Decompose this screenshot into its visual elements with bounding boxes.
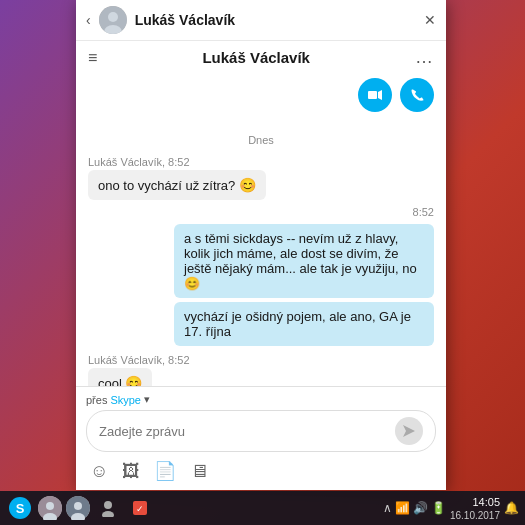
message-row-right-2: vychází je ošidný pojem, ale ano, GA je … bbox=[88, 302, 434, 346]
svg-text:✓: ✓ bbox=[136, 504, 144, 514]
sender-label-2: Lukáš Václavík, 8:52 bbox=[88, 354, 434, 366]
taskbar-date: 16.10.2017 bbox=[450, 510, 500, 521]
taskbar-right: ∧ 📶 🔊 🔋 14:05 16.10.2017 🔔 bbox=[383, 495, 519, 520]
close-button[interactable]: ✕ bbox=[424, 12, 436, 28]
skype-link[interactable]: Skype bbox=[110, 394, 141, 406]
message-input[interactable] bbox=[99, 424, 395, 439]
svg-marker-5 bbox=[403, 425, 415, 437]
sub-header: ≡ Lukáš Václavík … bbox=[76, 41, 446, 74]
svg-point-12 bbox=[74, 502, 82, 510]
date-divider: Dnes bbox=[88, 134, 434, 146]
svg-rect-3 bbox=[368, 91, 377, 99]
message-bubble-left: ono to vychází už zítra? 😊 bbox=[88, 170, 266, 200]
taskbar-time: 14:05 bbox=[450, 495, 500, 509]
title-bar-right: ✕ bbox=[424, 12, 436, 28]
taskbar-extra-icon[interactable]: ✓ bbox=[126, 494, 154, 522]
back-arrow-button[interactable]: ‹ bbox=[86, 12, 91, 28]
more-options-button[interactable]: … bbox=[415, 47, 434, 68]
send-button[interactable] bbox=[395, 417, 423, 445]
message-row-left: ono to vychází už zítra? 😊 bbox=[88, 170, 434, 202]
contact-name: Lukáš Václavík bbox=[135, 12, 235, 28]
taskbar-skype-icon[interactable]: S bbox=[6, 494, 34, 522]
message-text: ono to vychází už zítra? bbox=[98, 178, 235, 193]
svg-point-1 bbox=[108, 12, 118, 22]
toolbar-row: ☺ 🖼 📄 🖥 bbox=[86, 458, 436, 486]
message-row-right-1: a s těmi sickdays -- nevím už z hlavy, k… bbox=[88, 224, 434, 298]
svg-point-9 bbox=[46, 502, 54, 510]
svg-marker-4 bbox=[378, 90, 382, 100]
message-text-2: cool bbox=[98, 376, 122, 386]
taskbar: S ✓ bbox=[0, 491, 525, 525]
message-bubble-right-2: vychází je ošidný pojem, ale ano, GA je … bbox=[174, 302, 434, 346]
via-arrow-icon: ▾ bbox=[144, 393, 150, 406]
image-toolbar-button[interactable]: 🖼 bbox=[122, 461, 140, 482]
battery-icon[interactable]: 🔋 bbox=[431, 501, 446, 515]
message-bubble-left-2: cool 😊 bbox=[88, 368, 152, 386]
svg-point-15 bbox=[102, 511, 114, 517]
voice-call-button[interactable] bbox=[400, 78, 434, 112]
screen-toolbar-button[interactable]: 🖥 bbox=[190, 461, 208, 482]
via-label: přes Skype ▾ bbox=[86, 393, 436, 406]
notification-icon[interactable]: 🔔 bbox=[504, 501, 519, 515]
chat-window: ‹ Lukáš Václavík ✕ ≡ Lukáš Václavík … bbox=[76, 0, 446, 490]
title-bar: ‹ Lukáš Václavík ✕ bbox=[76, 0, 446, 41]
timestamp-right: 8:52 bbox=[88, 206, 434, 218]
taskbar-avatar-2[interactable] bbox=[66, 496, 90, 520]
input-area: přes Skype ▾ ☺ 🖼 📄 🖥 bbox=[76, 386, 446, 490]
taskbar-people-icon[interactable] bbox=[94, 494, 122, 522]
messages-area[interactable]: Dnes Lukáš Václavík, 8:52 ono to vychází… bbox=[76, 120, 446, 386]
action-buttons-row bbox=[76, 74, 446, 120]
sub-header-title: Lukáš Václavík bbox=[202, 49, 310, 66]
system-tray-icons: ∧ 📶 🔊 🔋 bbox=[383, 501, 446, 515]
menu-button[interactable]: ≡ bbox=[88, 50, 97, 66]
tray-up-icon[interactable]: ∧ bbox=[383, 501, 392, 515]
message-emoji: 😊 bbox=[239, 177, 256, 193]
taskbar-left: S ✓ bbox=[6, 494, 154, 522]
title-bar-left: ‹ Lukáš Václavík bbox=[86, 6, 235, 34]
emoji-toolbar-button[interactable]: ☺ bbox=[90, 461, 108, 482]
message-emoji-2: 😊 bbox=[125, 375, 142, 386]
svg-text:S: S bbox=[16, 501, 25, 516]
taskbar-clock[interactable]: 14:05 16.10.2017 bbox=[450, 495, 500, 520]
avatar bbox=[99, 6, 127, 34]
network-icon[interactable]: 📶 bbox=[395, 501, 410, 515]
svg-point-14 bbox=[104, 501, 112, 509]
volume-icon[interactable]: 🔊 bbox=[413, 501, 428, 515]
message-input-row bbox=[86, 410, 436, 452]
sender-label: Lukáš Václavík, 8:52 bbox=[88, 156, 434, 168]
message-row-left-2: cool 😊 bbox=[88, 368, 434, 386]
file-toolbar-button[interactable]: 📄 bbox=[154, 460, 176, 482]
taskbar-avatar-1[interactable] bbox=[38, 496, 62, 520]
video-call-button[interactable] bbox=[358, 78, 392, 112]
message-bubble-right-1: a s těmi sickdays -- nevím už z hlavy, k… bbox=[174, 224, 434, 298]
